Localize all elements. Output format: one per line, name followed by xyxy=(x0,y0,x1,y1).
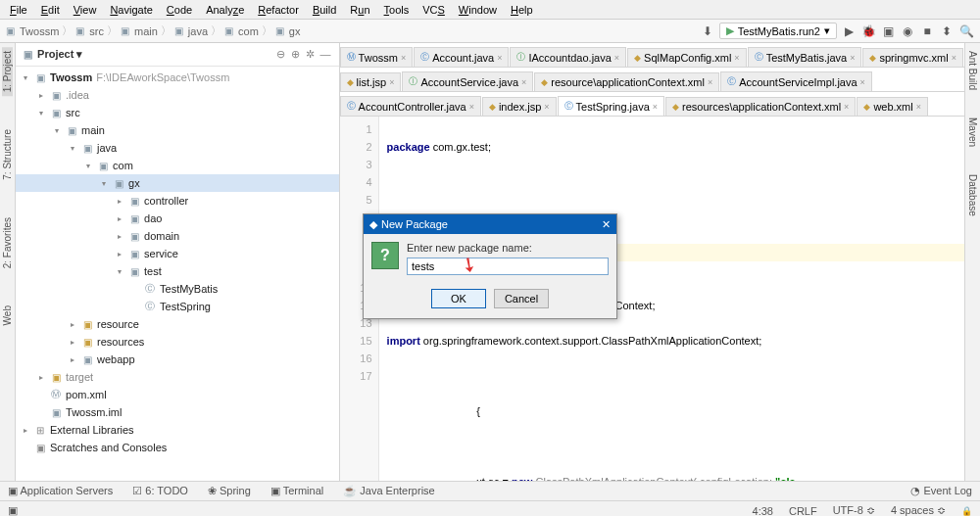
ok-button[interactable]: OK xyxy=(431,289,486,308)
close-icon[interactable]: × xyxy=(401,53,406,63)
tree-src[interactable]: ▾▣src xyxy=(16,104,339,121)
project-tree[interactable]: ▾▣TwossmF:\IDEAworkSpace\Twossm ▸▣.idea … xyxy=(16,67,339,481)
tree-scratches[interactable]: ▣Scratches and Consoles xyxy=(16,439,339,456)
crumb-project[interactable]: Twossm xyxy=(20,25,59,37)
crumb-java[interactable]: java xyxy=(188,25,208,37)
tab-appctx2[interactable]: ◆resources\applicationContext.xml× xyxy=(665,97,856,116)
tab-testmybatis[interactable]: ⒸTestMyBatis.java× xyxy=(748,47,862,67)
tab-testspring[interactable]: ⒸTestSpring.java× xyxy=(558,96,664,116)
close-icon[interactable]: × xyxy=(544,102,549,112)
menu-analyze[interactable]: Analyze xyxy=(200,2,250,18)
tab-appctx1[interactable]: ◆resource\applicationContext.xml× xyxy=(534,72,719,91)
menu-build[interactable]: Build xyxy=(307,2,342,18)
debug-button[interactable]: 🐞 xyxy=(860,23,876,39)
tab-list[interactable]: ◆list.jsp× xyxy=(340,72,402,91)
tab-terminal[interactable]: ▣ Terminal xyxy=(270,485,323,497)
tree-iml[interactable]: ▣Twossm.iml xyxy=(16,403,339,421)
tab-ant[interactable]: Ant Build xyxy=(967,47,978,94)
tab-accountserviceimpl[interactable]: ⒸAccountServiceImpl.java× xyxy=(720,71,872,91)
tab-sqlmap[interactable]: ◆SqlMapConfig.xml× xyxy=(627,48,747,67)
tab-favorites[interactable]: 2: Favorites xyxy=(2,213,13,272)
close-icon[interactable]: × xyxy=(844,102,849,112)
tree-resources[interactable]: ▸▣resources xyxy=(16,333,339,351)
tab-index[interactable]: ◆index.jsp× xyxy=(482,97,557,116)
close-icon[interactable]: × xyxy=(521,77,526,87)
tree-extlib[interactable]: ▸⊞External Libraries xyxy=(16,421,339,439)
close-icon[interactable]: × xyxy=(734,53,739,63)
tree-java[interactable]: ▾▣java xyxy=(16,139,339,157)
close-icon[interactable]: × xyxy=(952,53,956,63)
tree-root[interactable]: ▾▣TwossmF:\IDEAworkSpace\Twossm xyxy=(16,69,339,86)
menu-edit[interactable]: Edit xyxy=(35,2,66,18)
gear-icon[interactable]: ✲ xyxy=(306,48,315,61)
status-icon[interactable]: ▣ xyxy=(8,504,18,516)
locate-icon[interactable]: ⊕ xyxy=(291,48,300,61)
tree-domain[interactable]: ▸▣domain xyxy=(16,227,339,245)
tab-todo[interactable]: ☑ 6: TODO xyxy=(132,485,188,497)
dialog-titlebar[interactable]: ◆New Package ✕ xyxy=(364,214,616,234)
event-log[interactable]: ◔ Event Log xyxy=(910,485,972,497)
tree-idea[interactable]: ▸▣.idea xyxy=(16,86,339,104)
tab-iaccountdao[interactable]: ⒾIAccountdao.java× xyxy=(510,47,626,67)
search-button[interactable]: 🔍 xyxy=(958,23,974,39)
encoding[interactable]: UTF-8 ≎ xyxy=(833,504,875,516)
menu-help[interactable]: Help xyxy=(505,2,539,18)
run-config-select[interactable]: ▶ TestMyBatis.run2 ▾ xyxy=(719,23,837,39)
tree-dao[interactable]: ▸▣dao xyxy=(16,210,339,227)
build-icon[interactable]: ⬇ xyxy=(700,23,715,39)
tab-structure[interactable]: 7: Structure xyxy=(2,125,13,184)
tree-gx[interactable]: ▾▣gx xyxy=(16,174,339,192)
crumb-main[interactable]: main xyxy=(134,25,158,37)
line-sep[interactable]: CRLF xyxy=(789,505,817,517)
close-icon[interactable]: × xyxy=(497,53,502,63)
tree-service[interactable]: ▸▣service xyxy=(16,245,339,262)
tree-controller[interactable]: ▸▣controller xyxy=(16,192,339,210)
close-icon[interactable]: × xyxy=(469,102,474,112)
tree-com[interactable]: ▾▣com xyxy=(16,157,339,174)
tree-target[interactable]: ▸▣target xyxy=(16,368,339,386)
hide-icon[interactable]: — xyxy=(320,48,331,61)
crumb-com[interactable]: com xyxy=(238,25,259,37)
crumb-src[interactable]: src xyxy=(89,25,104,37)
crumb-gx[interactable]: gx xyxy=(289,25,301,37)
close-icon[interactable]: × xyxy=(860,77,865,87)
tree-resource[interactable]: ▸▣resource xyxy=(16,315,339,333)
close-icon[interactable]: × xyxy=(708,77,712,87)
close-icon[interactable]: × xyxy=(614,53,619,63)
collapse-icon[interactable]: ⊖ xyxy=(276,48,285,61)
menu-file[interactable]: File xyxy=(4,2,33,18)
menu-refactor[interactable]: Refactor xyxy=(252,2,305,18)
tab-account[interactable]: ⒸAccount.java× xyxy=(414,47,509,67)
tree-test[interactable]: ▾▣test xyxy=(16,262,339,280)
coverage-button[interactable]: ▣ xyxy=(880,23,896,39)
tree-main[interactable]: ▾▣main xyxy=(16,121,339,139)
run-button[interactable]: ▶ xyxy=(841,23,857,39)
tab-jee[interactable]: ☕ Java Enterprise xyxy=(343,485,435,497)
tab-appservers[interactable]: ▣ Application Servers xyxy=(8,485,113,497)
tab-web[interactable]: Web xyxy=(2,302,13,329)
tree-webapp[interactable]: ▸▣webapp xyxy=(16,351,339,368)
menu-code[interactable]: Code xyxy=(161,2,198,18)
tree-pom[interactable]: Ⓜpom.xml xyxy=(16,386,339,403)
stop-button[interactable]: ■ xyxy=(919,23,935,39)
tab-maven[interactable]: Maven xyxy=(967,114,978,151)
close-icon[interactable]: × xyxy=(916,102,921,112)
tab-database[interactable]: Database xyxy=(967,170,978,220)
menu-navigate[interactable]: Navigate xyxy=(104,2,158,18)
menu-window[interactable]: Window xyxy=(453,2,503,18)
tab-accountcontroller[interactable]: ⒸAccountController.java× xyxy=(340,96,481,116)
tab-twossm[interactable]: ⓂTwossm× xyxy=(340,47,414,67)
tab-webxml[interactable]: ◆web.xml× xyxy=(857,97,928,116)
vcs-button[interactable]: ⬍ xyxy=(939,23,955,39)
tab-spring[interactable]: ❀ Spring xyxy=(208,485,251,497)
menu-run[interactable]: Run xyxy=(344,2,375,18)
package-name-input[interactable] xyxy=(407,258,609,275)
tree-testmybatis[interactable]: ⒸTestMyBatis xyxy=(16,280,339,298)
close-icon[interactable]: ✕ xyxy=(602,218,611,231)
tree-testspring[interactable]: ⒸTestSpring xyxy=(16,298,339,315)
menu-view[interactable]: View xyxy=(68,2,103,18)
tab-accountservice[interactable]: ⒾAccountService.java× xyxy=(402,71,533,91)
tab-project[interactable]: 1: Project xyxy=(2,47,13,96)
tab-springmvc[interactable]: ◆springmvc.xml× xyxy=(862,48,963,67)
close-icon[interactable]: × xyxy=(653,102,658,112)
